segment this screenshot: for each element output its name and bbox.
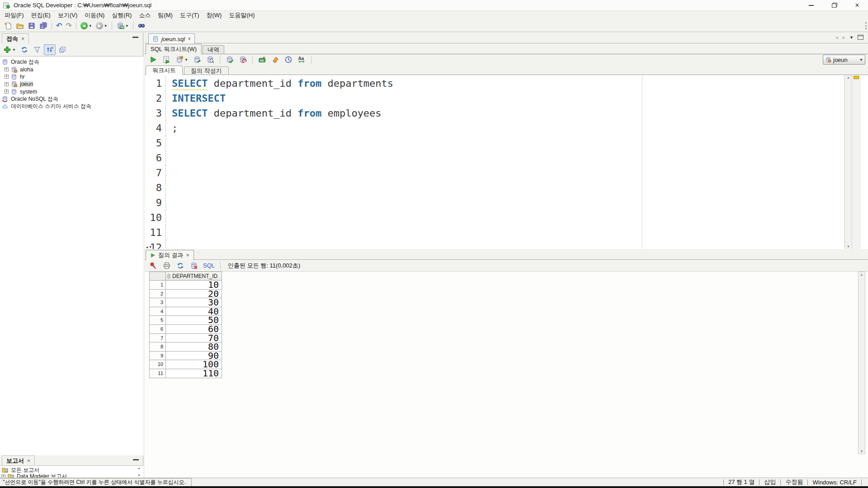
- tab-sql-worksheet[interactable]: SQL 워크시트(W): [146, 44, 202, 54]
- connection-selector[interactable]: joeun ▼: [823, 55, 865, 65]
- new-file-button[interactable]: [2, 20, 14, 31]
- toolbar-grip[interactable]: [865, 22, 867, 29]
- find-button[interactable]: [136, 20, 147, 31]
- menu-item-help[interactable]: 도움말(H): [225, 11, 258, 20]
- editor-line[interactable]: 8: [145, 180, 844, 195]
- minimize-button[interactable]: [804, 0, 818, 10]
- minimize-panel-icon[interactable]: [132, 37, 138, 38]
- editor-scrollbar[interactable]: ▲ ▼: [844, 75, 852, 249]
- tab-worksheet[interactable]: 워크시트: [146, 66, 183, 75]
- tab-history[interactable]: 내역: [203, 45, 224, 54]
- run-worksheet-button[interactable]: SQL▼: [114, 20, 131, 31]
- close-icon[interactable]: ×: [21, 36, 24, 42]
- tab-connections[interactable]: 접속 ×: [2, 33, 29, 43]
- printer-button[interactable]: [161, 260, 173, 271]
- menu-item-team[interactable]: 팀(M): [154, 11, 176, 20]
- delete-db-button[interactable]: [188, 260, 200, 271]
- run-script-button[interactable]: [160, 54, 172, 65]
- editor-line[interactable]: 11: [145, 225, 844, 240]
- unshared-worksheet-button[interactable]: SQL: [256, 54, 268, 65]
- editor-line[interactable]: 1SELECT department_id from departments: [145, 76, 844, 91]
- run-statement-button[interactable]: [147, 54, 159, 65]
- save-all-button[interactable]: [38, 20, 49, 31]
- explain-plan-button[interactable]: ▼: [174, 54, 190, 65]
- tree-item-oracle-nosql-connections[interactable]: Oracle NoSQL 접속: [0, 95, 143, 103]
- scroll-down-icon[interactable]: ▼: [859, 450, 865, 453]
- commit-button[interactable]: [224, 54, 236, 65]
- sort-connections-button[interactable]: [44, 44, 56, 55]
- menu-item-edit[interactable]: 편집(E): [28, 11, 54, 20]
- menu-item-run[interactable]: 실행(R): [108, 11, 135, 20]
- sql-history-button[interactable]: [283, 54, 294, 65]
- tab-query-builder[interactable]: 질의 작성기: [184, 66, 229, 75]
- warning-marker[interactable]: [854, 76, 859, 79]
- tree-item-oracle-connections[interactable]: Oracle 접속: [0, 58, 143, 66]
- back-button[interactable]: ◀▼: [79, 21, 94, 31]
- open-folder-button[interactable]: [14, 20, 26, 31]
- tree-item-joeun[interactable]: +joeun: [0, 80, 143, 88]
- expand-icon[interactable]: +: [5, 75, 9, 79]
- tab-scroll-right-icon[interactable]: ▶: [842, 35, 845, 40]
- editor-line[interactable]: 2INTERSECT: [145, 91, 844, 106]
- dropdown-caret-icon[interactable]: ▼: [104, 24, 108, 28]
- scroll-down-icon[interactable]: ▼: [845, 245, 852, 248]
- editor-line[interactable]: 6: [145, 150, 844, 165]
- scroll-down-icon[interactable]: ▼: [138, 474, 141, 478]
- expand-icon[interactable]: +: [5, 82, 9, 86]
- expand-icon[interactable]: +: [1, 474, 5, 478]
- editor-line[interactable]: 10: [145, 210, 844, 225]
- dropdown-caret-icon[interactable]: ▼: [125, 24, 129, 28]
- close-icon[interactable]: ×: [188, 36, 191, 42]
- dropdown-caret-icon[interactable]: ▼: [89, 24, 92, 28]
- scroll-up-icon[interactable]: ▲: [859, 273, 865, 276]
- scroll-up-icon[interactable]: ▲: [138, 466, 141, 470]
- editor-line[interactable]: 12: [145, 240, 844, 249]
- close-button[interactable]: ×: [850, 0, 864, 10]
- redo-button[interactable]: ↷: [64, 20, 73, 31]
- grid-corner-cell[interactable]: [149, 272, 166, 281]
- tab-reports[interactable]: 보고서 ×: [2, 455, 35, 465]
- case-toggle-button[interactable]: Aa: [296, 54, 307, 65]
- close-icon[interactable]: ×: [186, 252, 189, 258]
- chevron-down-icon[interactable]: ▼: [859, 58, 863, 62]
- save-button[interactable]: [26, 20, 38, 31]
- menu-item-tools[interactable]: 도구(T): [176, 11, 203, 20]
- minimize-panel-icon[interactable]: [133, 459, 139, 460]
- rollback-button[interactable]: [237, 54, 249, 65]
- tab-list-icon[interactable]: ▼: [849, 35, 854, 40]
- tab-scroll-left-icon[interactable]: ◀: [835, 35, 838, 40]
- dropdown-caret-icon[interactable]: ▼: [184, 58, 188, 62]
- dropdown-caret-icon[interactable]: ▼: [12, 48, 16, 52]
- results-scrollbar[interactable]: ▲ ▼: [858, 272, 865, 454]
- editor-line[interactable]: 4;: [145, 121, 844, 136]
- expand-icon[interactable]: +: [5, 89, 9, 94]
- reports-scrollbar[interactable]: ▲ ▼: [136, 466, 142, 478]
- menu-item-view[interactable]: 보기(V): [54, 11, 81, 20]
- forward-button[interactable]: ▶▼: [94, 21, 109, 31]
- menu-item-window[interactable]: 창(W): [203, 11, 226, 20]
- clear-button[interactable]: [269, 54, 281, 65]
- undo-button[interactable]: ↶: [54, 20, 64, 31]
- maximize-pane-icon[interactable]: [858, 35, 863, 40]
- sort-icon[interactable]: [167, 273, 171, 279]
- tab-query-result[interactable]: 질의 결과 ×: [146, 250, 194, 260]
- add-connection-button[interactable]: ▼: [1, 44, 18, 55]
- tab-joeun-sql[interactable]: joeun.sql ×: [148, 33, 195, 44]
- editor-line[interactable]: 7: [145, 165, 844, 180]
- tree-item-aloha[interactable]: +aloha: [0, 66, 143, 73]
- pin-button[interactable]: [147, 260, 159, 271]
- editor-line[interactable]: 3SELECT department_id from employees: [145, 106, 844, 121]
- close-icon[interactable]: ×: [27, 458, 30, 464]
- code-editor[interactable]: 1SELECT department_id from departments2I…: [145, 75, 868, 249]
- collapse-all-button[interactable]: [57, 44, 68, 55]
- editor-line[interactable]: 5: [145, 136, 844, 150]
- table-row[interactable]: 11110: [149, 369, 222, 378]
- menu-item-file[interactable]: 파일(F): [1, 11, 28, 20]
- refresh-button[interactable]: [19, 44, 30, 55]
- scroll-up-icon[interactable]: ▲: [845, 76, 852, 79]
- splitter-handle[interactable]: ▲▼: [146, 245, 152, 249]
- filter-button[interactable]: [31, 44, 43, 55]
- refresh-button[interactable]: [175, 260, 186, 271]
- sql-button[interactable]: SQL: [202, 262, 216, 269]
- report-item-data-modeler-reports[interactable]: +Data Modeler 보고서: [0, 473, 143, 478]
